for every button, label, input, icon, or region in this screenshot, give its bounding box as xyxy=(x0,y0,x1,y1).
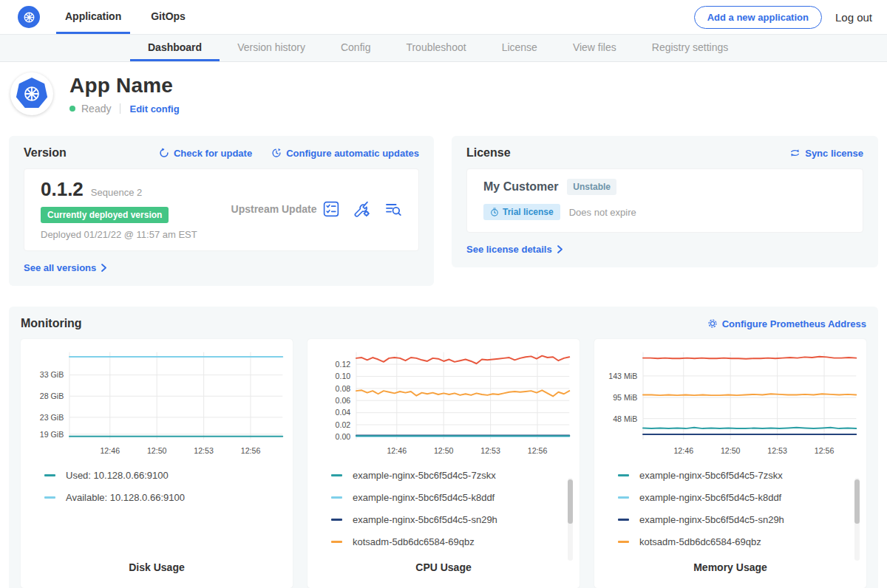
preflight-checks-icon[interactable] xyxy=(322,200,340,218)
version-sequence: Sequence 2 xyxy=(91,187,142,198)
configure-prometheus-link[interactable]: Configure Prometheus Address xyxy=(707,318,866,329)
legend-color-dash xyxy=(44,474,55,476)
tab-application-label: Application xyxy=(65,10,121,22)
svg-text:0.08: 0.08 xyxy=(336,384,351,393)
topnav-tabs: Application GitOps xyxy=(56,0,206,34)
svg-text:0.12: 0.12 xyxy=(336,360,351,369)
page-title: App Name xyxy=(69,74,180,98)
tab-gitops[interactable]: GitOps xyxy=(142,0,194,34)
cpu-usage-plot: 12:4612:5012:5312:560.000.020.040.060.08… xyxy=(312,345,575,459)
legend-scrollbar-thumb[interactable] xyxy=(568,479,573,524)
svg-text:0.02: 0.02 xyxy=(336,420,351,429)
tab-view-files[interactable]: View files xyxy=(555,35,634,61)
chevron-right-icon xyxy=(101,264,107,272)
deploy-logs-icon[interactable] xyxy=(384,200,402,218)
configure-prometheus-label: Configure Prometheus Address xyxy=(722,318,866,329)
tab-version-history[interactable]: Version history xyxy=(220,35,323,61)
disk-usage-legend: Used: 10.128.0.66:9100Available: 10.128.… xyxy=(44,470,288,557)
check-for-update-link[interactable]: Check for update xyxy=(159,148,252,159)
see-all-versions-label: See all versions xyxy=(24,262,96,273)
trial-license-badge: Trial license xyxy=(483,204,560,220)
legend-scrollbar-track[interactable] xyxy=(568,478,573,561)
legend-item: example-nginx-5bc6f5d4c5-k8ddf xyxy=(331,492,575,503)
version-source-label: Upstream Update xyxy=(225,203,322,215)
trial-license-label: Trial license xyxy=(503,207,554,217)
kubernetes-logo-icon[interactable] xyxy=(18,6,40,28)
logout-link[interactable]: Log out xyxy=(835,11,872,24)
legend-label: example-nginx-5bc6f5d4c5-sn29h xyxy=(353,514,497,525)
svg-text:143 MiB: 143 MiB xyxy=(608,372,637,380)
version-number: 0.1.2 xyxy=(41,178,84,201)
app-avatar xyxy=(10,72,53,115)
edit-config-link[interactable]: Edit config xyxy=(129,103,179,114)
legend-color-dash xyxy=(618,496,629,499)
ready-status-dot xyxy=(69,106,75,112)
disk-usage-plot: 12:4612:5012:5312:5619 GiB23 GiB28 GiB33… xyxy=(25,345,288,459)
svg-text:12:46: 12:46 xyxy=(387,446,407,455)
legend-label: example-nginx-5bc6f5d4c5-sn29h xyxy=(639,514,784,525)
disk-usage-chart-card: 12:4612:5012:5312:5619 GiB23 GiB28 GiB33… xyxy=(21,339,293,588)
gear-icon xyxy=(707,318,718,329)
app-status-row: Ready Edit config xyxy=(69,103,180,114)
see-license-details-link[interactable]: See license details xyxy=(466,244,563,255)
version-card-title: Version xyxy=(24,146,67,160)
charts-row: 12:4612:5012:5312:5619 GiB23 GiB28 GiB33… xyxy=(21,339,866,588)
legend-scrollbar-thumb[interactable] xyxy=(854,479,860,524)
tab-application[interactable]: Application xyxy=(56,0,130,34)
legend-color-dash xyxy=(331,474,342,476)
top-nav: Application GitOps Add a new application… xyxy=(0,0,887,34)
legend-item: example-nginx-5bc6f5d4c5-7zskx xyxy=(331,470,575,481)
kubernetes-app-icon xyxy=(16,78,48,110)
configure-automatic-updates-link[interactable]: Configure automatic updates xyxy=(271,148,419,159)
svg-text:12:46: 12:46 xyxy=(673,446,693,455)
see-all-versions-row: See all versions xyxy=(24,261,419,274)
current-version-panel: 0.1.2 Sequence 2 Currently deployed vers… xyxy=(24,168,419,251)
svg-text:48 MiB: 48 MiB xyxy=(613,414,637,423)
tab-gitops-label: GitOps xyxy=(151,10,186,22)
legend-item: example-nginx-5bc6f5d4c5-sn29h xyxy=(331,514,575,525)
disk-usage-title: Disk Usage xyxy=(25,557,288,581)
svg-text:12:46: 12:46 xyxy=(100,446,120,455)
configure-automatic-updates-label: Configure automatic updates xyxy=(286,148,419,159)
edit-config-icon[interactable] xyxy=(353,200,371,218)
add-application-button[interactable]: Add a new application xyxy=(694,6,822,29)
tab-config[interactable]: Config xyxy=(323,35,388,61)
sync-license-link[interactable]: Sync license xyxy=(789,148,863,159)
svg-text:12:56: 12:56 xyxy=(815,446,835,455)
svg-text:12:50: 12:50 xyxy=(434,446,454,455)
legend-color-dash xyxy=(331,519,342,521)
legend-item: Used: 10.128.0.66:9100 xyxy=(44,470,288,481)
check-for-update-label: Check for update xyxy=(174,148,252,159)
svg-text:12:50: 12:50 xyxy=(721,446,741,455)
page: Application GitOps Add a new application… xyxy=(0,0,887,588)
svg-text:23 GiB: 23 GiB xyxy=(40,413,64,422)
tab-registry-settings[interactable]: Registry settings xyxy=(634,35,746,61)
legend-label: example-nginx-5bc6f5d4c5-k8ddf xyxy=(639,492,781,503)
see-all-versions-link[interactable]: See all versions xyxy=(24,262,107,273)
memory-usage-title: Memory Usage xyxy=(599,557,862,581)
version-card: Version Check for update Configure autom… xyxy=(9,136,434,286)
svg-text:95 MiB: 95 MiB xyxy=(613,393,637,402)
memory-usage-legend: example-nginx-5bc6f5d4c5-7zskxexample-ng… xyxy=(618,470,862,557)
legend-label: Used: 10.128.0.66:9100 xyxy=(66,470,169,481)
version-card-header: Version Check for update Configure autom… xyxy=(24,146,419,160)
legend-scrollbar-track[interactable] xyxy=(854,478,860,561)
svg-text:33 GiB: 33 GiB xyxy=(40,370,64,379)
svg-text:28 GiB: 28 GiB xyxy=(40,392,64,400)
tab-license[interactable]: License xyxy=(484,35,555,61)
svg-text:0.04: 0.04 xyxy=(336,408,351,417)
legend-item: example-nginx-5bc6f5d4c5-k8ddf xyxy=(618,492,862,503)
see-license-details-label: See license details xyxy=(466,244,552,255)
svg-text:12:56: 12:56 xyxy=(241,446,261,455)
monitoring-section: Monitoring Configure Prometheus Address … xyxy=(9,307,878,588)
license-panel: My Customer Unstable Trial license Does … xyxy=(466,168,863,233)
legend-item: example-nginx-5bc6f5d4c5-sn29h xyxy=(618,514,862,525)
tab-dashboard[interactable]: Dashboard xyxy=(130,35,220,61)
legend-color-dash xyxy=(44,496,55,499)
svg-text:19 GiB: 19 GiB xyxy=(40,430,64,439)
tab-troubleshoot[interactable]: Troubleshoot xyxy=(388,35,483,61)
status-text: Ready xyxy=(81,103,111,114)
legend-color-dash xyxy=(618,541,629,543)
legend-item: example-nginx-5bc6f5d4c5-7zskx xyxy=(618,470,862,481)
legend-color-dash xyxy=(331,541,342,543)
